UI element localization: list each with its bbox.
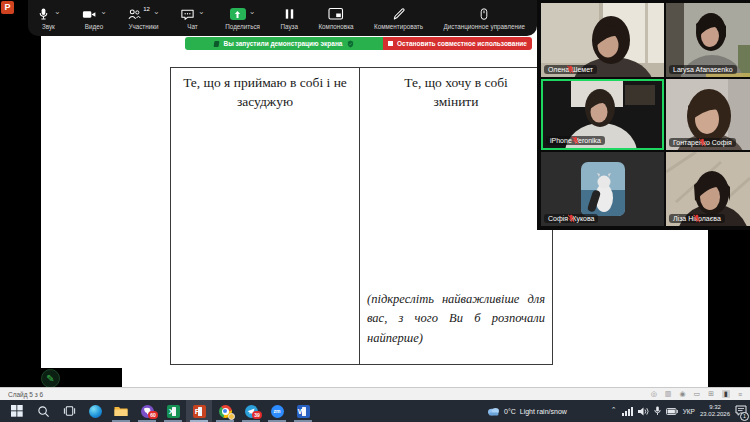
- participant-nametag: Larysa Afanasenko: [669, 65, 737, 74]
- language-indicator[interactable]: УКР: [683, 408, 695, 415]
- tray-date: 23.02.2026: [700, 411, 730, 418]
- pause-icon: [283, 7, 296, 21]
- audio-label: Звук: [42, 23, 55, 30]
- annotation-toolbar: ✎: [0, 368, 122, 387]
- annotate-pencil-button[interactable]: ✎: [41, 369, 60, 388]
- comments-icon[interactable]: ▥: [665, 390, 672, 398]
- slide-table: Те, що я приймаю в собі і не засуджую Те…: [170, 67, 553, 365]
- file-explorer-button[interactable]: [108, 400, 134, 422]
- powerpoint-icon: P: [193, 405, 206, 418]
- muted-mic-icon: [546, 136, 605, 145]
- normal-view-icon[interactable]: ▭: [694, 390, 701, 398]
- slide-counter: Слайд 5 з 6: [8, 391, 43, 398]
- notes-icon[interactable]: ◎: [651, 390, 657, 398]
- edge-button[interactable]: [82, 400, 108, 422]
- chevron-down-icon[interactable]: ⌄: [100, 8, 107, 16]
- share-screen-button[interactable]: ⌄ Поделиться: [225, 6, 260, 30]
- video-tile-camera-off[interactable]: Софія Жукова: [541, 152, 664, 226]
- muted-mic-icon: [544, 65, 597, 74]
- tray-expand-icon[interactable]: ⌃: [611, 406, 617, 414]
- zoom-app-icon: zm: [271, 405, 284, 418]
- chrome-button[interactable]: [212, 400, 238, 422]
- participant-nametag: Гонтаренко Софія: [669, 138, 736, 147]
- video-tile[interactable]: Larysa Afanasenko: [666, 3, 750, 77]
- sharing-status-text: Вы запустили демонстрацию экрана: [224, 40, 343, 47]
- table-left-column: Те, що я приймаю в собі і не засуджую: [171, 68, 360, 364]
- battery-icon[interactable]: [666, 408, 678, 415]
- video-tile[interactable]: Гонтаренко Софія: [666, 79, 750, 150]
- microphone-tray-icon[interactable]: [654, 406, 661, 416]
- participants-icon: [127, 7, 142, 22]
- stop-share-button[interactable]: Остановить совместное использование: [383, 37, 532, 50]
- file-explorer-icon: [114, 405, 128, 417]
- chrome-mini-badge: [228, 413, 235, 420]
- annotate-button[interactable]: Комментировать: [374, 6, 423, 30]
- volume-icon[interactable]: [638, 407, 649, 416]
- weather-widget[interactable]: 0°C Light rain/snow: [487, 400, 567, 422]
- participant-name: Larysa Afanasenko: [673, 66, 733, 73]
- participants-video-panel: Олена Шемет Larysa Afanasenko: [537, 0, 750, 230]
- video-tile[interactable]: Олена Шемет: [541, 3, 664, 77]
- excel-button[interactable]: X: [160, 400, 186, 422]
- network-icon[interactable]: [622, 407, 633, 416]
- menu-icon[interactable]: ≡: [738, 391, 742, 398]
- chevron-down-icon[interactable]: ⌄: [153, 8, 160, 16]
- remote-control-mouse-icon: [477, 7, 491, 22]
- muted-mic-icon: [669, 214, 725, 223]
- chat-label: Чат: [187, 23, 197, 30]
- slide-sorter-icon[interactable]: ⊞: [708, 390, 714, 398]
- share-screen-icon: [230, 8, 246, 20]
- table-right-column: Те, що хочу в собі змінити (підкресліть …: [360, 68, 552, 364]
- layout-label: Компоновка: [318, 23, 353, 30]
- chevron-down-icon[interactable]: ⌄: [198, 8, 205, 16]
- video-tile[interactable]: Ліза Ніколаєва: [666, 152, 750, 226]
- word-button[interactable]: W: [290, 400, 316, 422]
- participant-nametag: Софія Жукова: [544, 214, 598, 223]
- chat-icon: [180, 7, 195, 22]
- participants-button[interactable]: 12 ⌄ Участники: [127, 6, 159, 30]
- video-tile-active-speaker[interactable]: iPhone Veronika: [541, 79, 664, 150]
- play-icon[interactable]: ◉: [679, 390, 685, 398]
- table-left-header: Те, що я приймаю в собі і не засуджую: [171, 74, 359, 112]
- start-button[interactable]: [4, 400, 30, 422]
- share-indicator-icon: [213, 41, 219, 47]
- task-view-button[interactable]: [56, 400, 82, 422]
- edge-icon: [89, 405, 102, 418]
- word-icon: W: [297, 405, 310, 418]
- search-button[interactable]: [30, 400, 56, 422]
- audio-button[interactable]: ⌄ Звук: [36, 6, 61, 30]
- chevron-down-icon[interactable]: ⌄: [54, 8, 61, 16]
- start-icon: [11, 405, 23, 417]
- status-bar-view-controls: ◎ ▥ ◉ ▭ ⊞ ▮ ≡: [651, 390, 742, 398]
- video-label: Видео: [85, 23, 103, 30]
- camera-icon: [81, 7, 97, 22]
- clock[interactable]: 9:32 23.02.2026: [700, 404, 730, 418]
- remote-control-button[interactable]: Дистанционное управление: [443, 6, 525, 30]
- weather-temperature: 0°C: [504, 408, 516, 415]
- zoom-app-button[interactable]: zm: [264, 400, 290, 422]
- table-right-note: (підкресліть найважливіше для вас, з чог…: [367, 290, 545, 348]
- action-center-button[interactable]: 1: [735, 402, 747, 420]
- muted-mic-icon: [544, 214, 598, 223]
- chat-button[interactable]: ⌄ Чат: [180, 6, 205, 30]
- system-tray: ⌃ УКР 9:32 23.02.2026: [611, 400, 747, 422]
- table-right-header: Те, що хочу в собі змінити: [360, 74, 552, 112]
- pause-share-button[interactable]: Пауза: [280, 6, 298, 30]
- excel-icon: X: [167, 405, 180, 418]
- sharing-status-segment: Вы запустили демонстрацию экрана: [185, 37, 383, 50]
- presentation-status-bar: Слайд 5 з 6 ◎ ▥ ◉ ▭ ⊞ ▮ ≡: [0, 387, 750, 400]
- reading-view-icon[interactable]: ▮: [722, 390, 730, 398]
- layout-icon: [328, 7, 344, 21]
- powerpoint-button[interactable]: P: [186, 400, 212, 422]
- weather-condition: Light rain/snow: [520, 408, 567, 415]
- participant-nametag: Ліза Ніколаєва: [669, 214, 725, 223]
- chevron-down-icon[interactable]: ⌄: [249, 8, 256, 16]
- video-button[interactable]: ⌄ Видео: [81, 6, 107, 30]
- layout-button[interactable]: Компоновка: [318, 6, 353, 30]
- telegram-button[interactable]: 39: [238, 400, 264, 422]
- viber-badge: 60: [148, 411, 158, 419]
- powerpoint-corner-icon: P: [1, 1, 14, 14]
- weather-cloud-icon: [487, 406, 500, 416]
- viber-button[interactable]: 60: [134, 400, 160, 422]
- share-screen-label: Поделиться: [225, 23, 260, 30]
